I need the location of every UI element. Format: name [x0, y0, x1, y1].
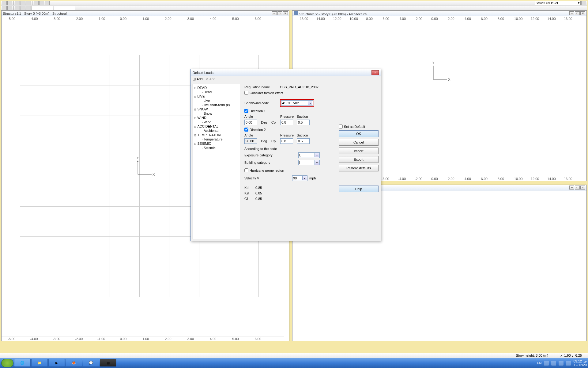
level-combo[interactable]: Structural level▾ — [535, 1, 581, 5]
task-media[interactable]: ▶ — [48, 359, 65, 367]
coordinates: x=1.90 y=6.25 — [560, 354, 582, 358]
minimize-button[interactable]: ─ — [272, 11, 277, 15]
ok-button[interactable]: OK — [339, 130, 379, 137]
tree-parent[interactable]: TEMPERATURE — [194, 133, 239, 137]
maximize-button[interactable]: □ — [575, 11, 580, 15]
ruler-top: -5.00-4.00-3.00-2.00-1.000.001.002.003.0… — [2, 16, 289, 21]
snowwind-highlight: ASCE 7-02▾ — [280, 99, 314, 107]
suction1-input[interactable] — [297, 120, 310, 125]
ruler-top: -16.00-14.00-12.00-10.00-8.00-6.00-4.00-… — [292, 16, 586, 21]
task-skype[interactable]: 💬 — [83, 359, 99, 367]
minimize-button[interactable]: ─ — [569, 11, 574, 15]
export-button[interactable]: Export — [339, 156, 379, 163]
task-explorer[interactable]: 📁 — [31, 359, 48, 367]
taskbar: 🌐 📁 ▶ 🦊 💬 ▦ EN 09:12 ص 12/12/20 — [0, 358, 588, 368]
hurricane-checkbox[interactable] — [244, 168, 248, 172]
tb-icon[interactable] — [2, 1, 7, 5]
task-ie[interactable]: 🌐 — [14, 359, 31, 367]
import-button[interactable]: Import — [339, 148, 379, 154]
close-button[interactable]: ✕ — [580, 186, 585, 190]
story-height: Story height: 3.00 (m) — [516, 354, 548, 358]
tray-icon[interactable] — [544, 361, 549, 366]
cancel-button[interactable]: Cancel — [339, 139, 379, 146]
toolbar-row-1: Structural level▾ — [1, 1, 587, 6]
restore-button[interactable]: Restore defaults — [339, 165, 379, 171]
building-combo[interactable]: I▾ — [298, 160, 320, 165]
torsion-checkbox[interactable] — [244, 91, 248, 95]
minimize-button[interactable]: ─ — [569, 186, 574, 190]
angle2-input[interactable] — [244, 138, 257, 144]
tree-parent[interactable]: SEISMIC — [194, 141, 239, 146]
exposure-combo[interactable]: B▾ — [298, 152, 320, 158]
task-firefox[interactable]: 🦊 — [66, 359, 82, 367]
language-indicator[interactable]: EN — [537, 361, 541, 365]
tree-child[interactable]: Wind — [194, 120, 239, 124]
tree-child[interactable]: Temperature — [194, 137, 239, 141]
snowwind-combo[interactable]: ASCE 7-02▾ — [281, 100, 313, 106]
ruler-bottom: -5.00-4.00-3.00-2.00-1.000.001.002.003.0… — [2, 336, 284, 341]
direction2-checkbox[interactable] — [244, 128, 248, 132]
pane-title: Structure1:2 - Story 0 (+3.00m) - Archit… — [299, 12, 367, 16]
tray-icon[interactable] — [551, 361, 556, 366]
close-button[interactable]: ✕ — [283, 11, 288, 15]
setdefault-checkbox[interactable] — [339, 125, 343, 128]
add-button[interactable]: ◫ Add — [193, 77, 203, 81]
pressure2-input[interactable] — [280, 138, 293, 144]
tb-icon[interactable] — [26, 6, 31, 10]
according-label: According to the code — [244, 147, 334, 151]
tb-icon[interactable] — [26, 1, 31, 5]
tb-icon[interactable] — [21, 1, 25, 5]
dialog-title: Default Loads — [193, 71, 213, 75]
tray-icon[interactable] — [566, 361, 571, 366]
maximize-button[interactable]: □ — [575, 186, 580, 190]
suction2-input[interactable] — [297, 138, 310, 144]
close-button[interactable]: ✕ — [580, 11, 585, 15]
tree-parent[interactable]: DEAD — [194, 86, 239, 90]
direction1-checkbox[interactable] — [244, 109, 248, 113]
view-icon — [294, 11, 298, 15]
tree-child[interactable]: Accidental — [194, 128, 239, 133]
load-tree[interactable]: DEADDeadLIVELivelive short-term (k)SNOWS… — [193, 84, 240, 239]
toolbar-row-2 — [1, 6, 587, 10]
ruler-right — [582, 21, 586, 176]
tb-icon[interactable] — [39, 1, 44, 5]
tb-icon[interactable] — [15, 1, 20, 5]
tb-icon[interactable] — [7, 6, 12, 10]
tree-child[interactable]: Dead — [194, 90, 239, 94]
add-disabled-button: ✕ Add — [206, 77, 216, 81]
tree-parent[interactable]: LIVE — [194, 94, 239, 98]
tb-icon[interactable] — [15, 6, 20, 10]
tree-child[interactable]: Seismic — [194, 146, 239, 150]
tb-icon[interactable] — [581, 1, 586, 5]
tb-combo[interactable] — [54, 6, 75, 10]
tb-icon[interactable] — [2, 6, 7, 10]
tree-parent[interactable]: WIND — [194, 116, 239, 120]
tb-icon[interactable] — [45, 1, 50, 5]
maximize-button[interactable]: □ — [277, 11, 282, 15]
tree-parent[interactable]: SNOW — [194, 107, 239, 111]
pane-title: Structure1:1 - Story 0 (+3.00m) - Struct… — [3, 12, 67, 15]
tree-child[interactable]: Live — [194, 98, 239, 103]
velocity-combo[interactable]: 90▾ — [292, 175, 307, 181]
start-button[interactable] — [1, 359, 13, 367]
task-app[interactable]: ▦ — [100, 359, 116, 367]
clock[interactable]: 09:12 ص 12/12/20 — [573, 359, 587, 367]
tb-icon[interactable] — [34, 1, 39, 5]
regulation-value: CBS_PRO_ACI318_2002 — [280, 85, 318, 89]
pressure1-input[interactable] — [280, 120, 293, 125]
tray-icon[interactable] — [559, 361, 564, 366]
help-button[interactable]: Help — [339, 186, 379, 192]
tb-icon[interactable] — [21, 6, 25, 10]
statusbar: Story height: 3.00 (m) x=1.90 y=6.25 — [0, 353, 588, 358]
regulation-label: Regulation name — [244, 85, 278, 89]
angle1-input[interactable] — [244, 120, 257, 125]
tree-child[interactable]: live short-term (k) — [194, 103, 239, 107]
default-loads-dialog: Default Loads ✕ ◫ Add ✕ Add DEADDeadLIVE… — [190, 69, 381, 241]
tree-child[interactable]: Snow — [194, 111, 239, 116]
torsion-label: Consider torsion effect — [250, 91, 283, 95]
close-button[interactable]: ✕ — [371, 70, 379, 75]
tree-parent[interactable]: ACCIDENTAL — [194, 124, 239, 128]
tb-combo[interactable] — [32, 6, 53, 10]
tb-icon[interactable] — [7, 1, 12, 5]
snowwind-label: Snow/wind code — [244, 101, 278, 105]
